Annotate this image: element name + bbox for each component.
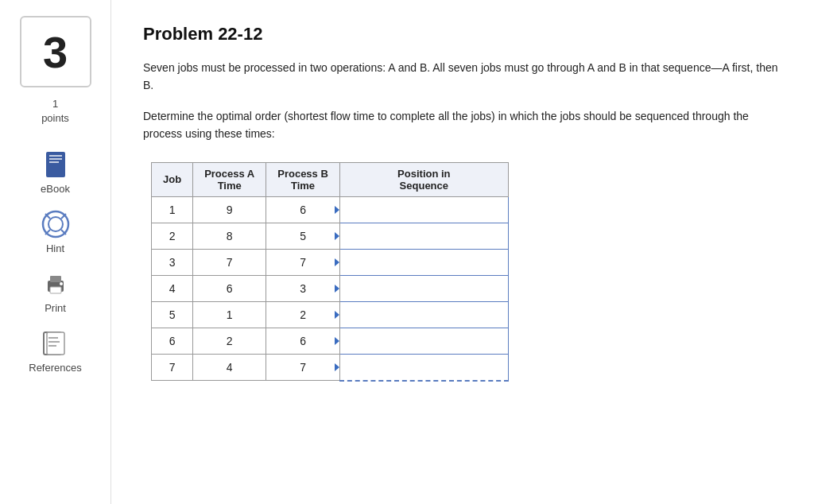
references-label: References [29,362,81,374]
job-cell: 7 [152,354,193,381]
page-container: 3 1 points eBook [0,0,814,504]
process-a-cell: 9 [193,196,266,223]
col-sequence-header: Position in Sequence [339,162,508,196]
job-cell: 3 [152,249,193,275]
svg-rect-17 [48,341,60,343]
process-a-cell: 2 [193,328,266,354]
process-a-cell: 6 [193,275,266,301]
sequence-cell[interactable] [339,301,508,328]
process-b-cell: 7 [266,354,340,381]
sequence-input[interactable] [351,307,497,323]
sequence-input[interactable] [351,254,497,270]
sidebar-item-ebook[interactable]: eBook [41,149,71,195]
table-row: 285 [152,223,509,249]
process-b-cell: 6 [266,196,340,223]
sidebar-item-references[interactable]: References [29,328,81,374]
sequence-input[interactable] [351,359,497,375]
svg-rect-12 [50,287,61,293]
row-marker-icon [335,206,339,214]
job-cell: 4 [152,275,193,301]
table-row: 463 [152,275,509,301]
process-b-cell: 7 [266,249,340,275]
row-marker-icon [335,285,339,293]
problem-number-box: 3 [20,16,91,87]
svg-rect-15 [47,332,64,355]
points-label: 1 points [41,97,69,126]
ebook-label: eBook [41,183,70,195]
ebook-icon [41,149,71,180]
hint-icon [41,209,71,239]
sequence-input[interactable] [351,281,497,297]
col-process-a-header: Process A Time [193,162,266,196]
sidebar: 3 1 points eBook [0,0,111,504]
sequence-input[interactable] [351,228,497,244]
references-icon [40,328,70,359]
sidebar-item-print[interactable]: Print [41,269,71,314]
table-row: 512 [152,301,509,328]
sequence-input[interactable] [351,333,497,349]
print-label: Print [45,302,66,314]
process-b-cell: 5 [266,223,340,249]
svg-rect-3 [49,161,59,163]
process-a-cell: 4 [193,354,266,381]
process-a-cell: 8 [193,223,266,249]
jobs-table: Job Process A Time Process B Time Positi… [151,162,509,382]
job-cell: 5 [152,301,193,328]
svg-point-5 [48,217,63,231]
sequence-cell[interactable] [339,354,508,381]
sidebar-item-hint[interactable]: Hint [41,209,71,254]
svg-point-13 [60,282,63,285]
problem-number: 3 [43,26,68,78]
sequence-cell[interactable] [339,223,508,249]
table-row: 196 [152,196,509,223]
problem-description: Seven jobs must be processed in two oper… [143,59,782,95]
problem-question: Determine the optimal order (shortest fl… [143,107,782,143]
job-cell: 6 [152,328,193,354]
table-row: 377 [152,249,509,275]
process-b-cell: 2 [266,301,340,328]
svg-rect-16 [48,337,58,339]
process-b-cell: 3 [266,275,340,301]
job-cell: 2 [152,223,193,249]
svg-rect-18 [48,345,56,347]
table-row: 626 [152,328,509,354]
col-process-b-header: Process B Time [266,162,340,196]
sequence-cell[interactable] [339,196,508,223]
row-marker-icon [335,337,339,345]
print-icon [41,269,71,299]
process-a-cell: 7 [193,249,266,275]
svg-rect-1 [49,155,62,157]
process-b-cell: 6 [266,328,340,354]
sequence-input[interactable] [351,202,497,218]
svg-rect-2 [49,158,62,160]
job-cell: 1 [152,196,193,223]
row-marker-icon [335,258,339,266]
row-marker-icon [335,232,339,240]
table-row: 747 [152,354,509,381]
sequence-cell[interactable] [339,328,508,354]
col-job-header: Job [152,162,193,196]
problem-title: Problem 22-12 [143,24,782,45]
main-content: Problem 22-12 Seven jobs must be process… [111,0,814,504]
hint-label: Hint [46,242,64,254]
sequence-cell[interactable] [339,275,508,301]
row-marker-icon [335,311,339,319]
svg-rect-11 [50,276,61,282]
sequence-cell[interactable] [339,249,508,275]
row-marker-icon [335,363,339,371]
process-a-cell: 1 [193,301,266,328]
